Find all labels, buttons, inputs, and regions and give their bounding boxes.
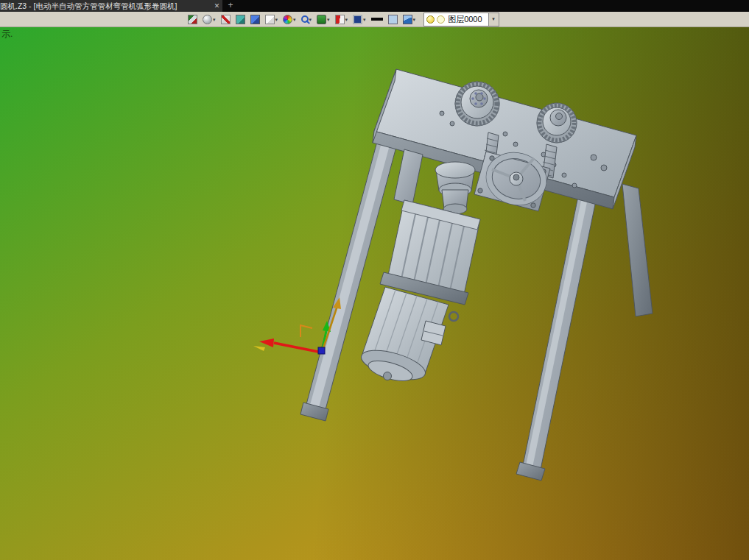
eye-bolt[interactable]: [449, 312, 458, 321]
gear-stack-left[interactable]: [455, 82, 499, 126]
origin-cube-icon: [318, 347, 325, 354]
chevron-down-icon[interactable]: ▾: [293, 17, 296, 22]
background-color-icon: [388, 15, 398, 24]
wireframe-cube-icon[interactable]: [250, 13, 261, 26]
motor[interactable]: [358, 287, 449, 386]
layers-icon: [403, 15, 412, 24]
white-cube-icon[interactable]: ▾: [264, 13, 279, 26]
background-color-icon[interactable]: [387, 13, 398, 26]
leg-front-right[interactable]: [516, 193, 597, 481]
viewport-3d[interactable]: 示.: [0, 27, 749, 560]
zoom-tool-icon: [301, 15, 309, 23]
render-mode-icon[interactable]: ▾: [202, 13, 217, 26]
tab-close-icon[interactable]: ✕: [211, 0, 222, 12]
chevron-down-icon[interactable]: ▾: [275, 17, 278, 22]
view-tool-icon: [317, 15, 326, 24]
layer-dropdown-chevron-icon[interactable]: ▾: [488, 13, 499, 26]
toolbar-icon-group: ▾▾▾▾▾▾▾▾: [187, 13, 416, 26]
view-tool-icon[interactable]: ▾: [316, 13, 331, 26]
chevron-down-icon[interactable]: ▾: [213, 17, 216, 22]
brush-tool-icon: [221, 15, 231, 24]
gear-stack-right[interactable]: [537, 103, 577, 143]
chevron-down-icon[interactable]: ▾: [363, 17, 366, 22]
plane-indicator-icon: [300, 325, 312, 337]
section-tool-icon[interactable]: ▾: [334, 13, 349, 26]
cad-model-3d[interactable]: [0, 27, 749, 560]
toolbar: ▾▾▾▾▾▾▾▾ 图层0000 ▾: [0, 12, 749, 27]
zoom-tool-icon[interactable]: ▾: [300, 13, 313, 26]
chevron-down-icon[interactable]: ▾: [413, 17, 416, 22]
white-cube-icon: [265, 15, 275, 24]
chevron-down-icon[interactable]: ▾: [327, 17, 330, 22]
tab-title: 圆机.Z3 - [电动半自动管方管管材弯管机弧形卷圆机]: [0, 0, 211, 12]
line-width-icon: [371, 18, 383, 21]
render-mode-icon: [203, 15, 212, 24]
layer-name: 图层0000: [448, 14, 482, 25]
layers-icon[interactable]: ▾: [402, 13, 417, 26]
support-bracket[interactable]: [394, 149, 423, 205]
display-settings-icon: [353, 15, 362, 24]
solid-shade-icon[interactable]: [235, 13, 246, 26]
color-wheel-icon[interactable]: ▾: [282, 13, 297, 26]
color-wheel-icon: [283, 15, 292, 24]
wireframe-cube-icon: [250, 15, 260, 24]
section-tool-icon: [335, 15, 345, 24]
chevron-down-icon[interactable]: ▾: [309, 17, 312, 22]
solid-shade-icon: [236, 15, 245, 24]
document-tab[interactable]: 圆机.Z3 - [电动半自动管方管管材弯管机弧形卷圆机] ✕: [0, 0, 222, 12]
layer-dropdown[interactable]: 图层0000 ▾: [423, 13, 499, 26]
line-width-icon[interactable]: [370, 13, 384, 26]
chevron-down-icon[interactable]: ▾: [345, 17, 348, 22]
brush-tool-icon[interactable]: [220, 13, 231, 26]
new-tab-button[interactable]: +: [222, 0, 239, 12]
refresh-model-icon: [188, 15, 197, 24]
lightbulb-icon[interactable]: [426, 15, 435, 24]
titlebar: 圆机.Z3 - [电动半自动管方管管材弯管机弧形卷圆机] ✕ +: [0, 0, 749, 12]
drive-shaft[interactable]: [435, 162, 475, 214]
x-axis-icon: [274, 343, 322, 352]
layer-color-icon: [437, 15, 445, 24]
display-settings-icon[interactable]: ▾: [352, 13, 367, 26]
leg-rear-right[interactable]: [622, 184, 653, 316]
refresh-model-icon[interactable]: [187, 13, 198, 26]
